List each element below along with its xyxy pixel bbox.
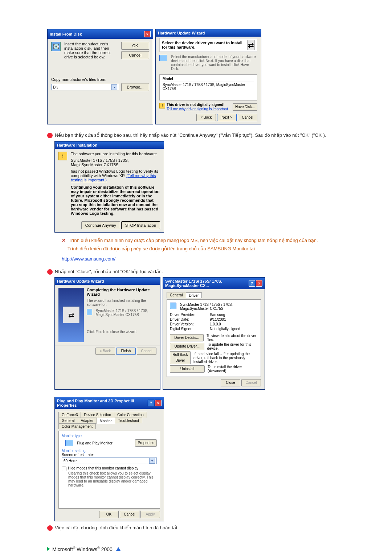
up-arrow-icon[interactable]: [116, 547, 121, 551]
monitor-settings-label: Monitor settings: [62, 449, 157, 453]
click-finish-text: Click Finish to close the wizard.: [87, 330, 156, 334]
tab-color-correction[interactable]: Color Correction: [114, 412, 147, 418]
arrow-right-icon: [47, 547, 50, 551]
copy-files-label: Copy manufacturer's files from:: [51, 77, 149, 82]
chevron-down-icon[interactable]: ▾: [111, 84, 117, 90]
drive-select[interactable]: D:\ ▾: [51, 84, 119, 90]
complete-line1: The wizard has finished installing the s…: [87, 299, 156, 307]
cancel-button[interactable]: Cancel: [238, 114, 257, 121]
step-number-icon: 8: [47, 133, 53, 138]
wizard-subtitle: Select the device driver you want to ins…: [162, 41, 247, 49]
dialog-title: Hardware Update Wizard: [158, 31, 205, 35]
cancel-button: Cancel: [137, 348, 156, 355]
ok-button[interactable]: OK: [121, 42, 149, 50]
refresh-rate-label: Screen refresh rate:: [62, 453, 157, 457]
complete-heading: Completing the Hardware Update Wizard: [87, 288, 150, 296]
tab-geforce3[interactable]: GeForce3: [58, 412, 81, 418]
hw-install-warn-dialog: Hardware Installation ! The software you…: [54, 141, 164, 233]
close-icon[interactable]: ×: [155, 400, 162, 406]
tell-me-link[interactable]: Tell me why driver signing is important: [167, 107, 228, 111]
tab-driver[interactable]: Driver: [186, 292, 202, 298]
monitor-icon: [159, 55, 167, 61]
warning-icon: !: [159, 103, 165, 108]
back-button[interactable]: < Back: [196, 114, 216, 121]
dialog-title: Install From Disk: [50, 32, 82, 36]
step-number-icon: 10: [47, 525, 53, 531]
refresh-rate-select[interactable]: 60 Hertz ▾: [62, 457, 157, 464]
wizard-icon: ⇄: [247, 40, 255, 50]
chevron-down-icon[interactable]: ▾: [149, 458, 155, 464]
model-value[interactable]: SyncMaster 171S / 175S / 170S, MagicSync…: [163, 82, 254, 91]
os-heading: Microsoft® Windows® 2000: [47, 546, 345, 552]
note-driver-upload: Trình điều khiển đã được cấp phép sẽ đượ…: [68, 245, 345, 253]
help-icon[interactable]: ?: [249, 280, 255, 287]
finish-button[interactable]: Finish: [116, 348, 136, 355]
hide-modes-checkbox[interactable]: Hide modes that this monitor cannot disp…: [62, 466, 157, 471]
stop-installation-button[interactable]: STOP Installation: [121, 221, 160, 229]
samsung-url-link[interactable]: http://www.samsung.com/: [62, 256, 115, 262]
cancel-button[interactable]: Cancel: [120, 511, 139, 518]
device-name: SyncMaster 171S / 175S / 170S, MagicSync…: [180, 303, 258, 311]
dialog-title: Plug and Play Monitor and 3D Prophet III…: [57, 399, 148, 407]
hide-modes-help: Clearing this check box allows you to se…: [68, 471, 157, 487]
apply-button: Apply: [140, 511, 160, 518]
warn-line2: SyncMaster 171S / 175S / 170S, MagicSync…: [71, 158, 160, 167]
step-8: 8Nếu bạn thấy cửa sổ thông báo sau, thì …: [54, 132, 345, 139]
monitor-type-value: Plug and Play Monitor: [77, 441, 113, 445]
monitor-icon: [170, 303, 176, 309]
model-label: Model: [163, 77, 254, 81]
monitor-icon: [65, 440, 73, 446]
dialog-title: Hardware Installation: [57, 143, 97, 147]
tab-adapter[interactable]: Adapter: [78, 418, 97, 423]
helper-text: Select the manufacturer and model of you…: [171, 55, 257, 71]
tab-color-management[interactable]: Color Management: [58, 423, 96, 429]
continue-anyway-button[interactable]: Continue Anyway: [81, 221, 120, 229]
x-mark-icon: ✕: [62, 238, 66, 243]
close-icon[interactable]: ×: [144, 31, 151, 37]
uninstall-button[interactable]: Uninstall: [170, 365, 205, 373]
help-icon[interactable]: ?: [148, 400, 154, 406]
monitor-icon: [87, 309, 92, 315]
install-instruction: Insert the manufacturer's installation d…: [64, 42, 118, 59]
dialog-title: Hardware Update Wizard: [57, 279, 104, 283]
cancel-button[interactable]: Cancel: [121, 51, 149, 59]
disk-icon: 💽: [51, 42, 61, 51]
have-disk-button[interactable]: Have Disk...: [233, 103, 257, 111]
tab-device-selection[interactable]: Device Selection: [81, 412, 114, 418]
not-signed-text: This driver is not digitally signed!: [167, 103, 228, 107]
warn-line1: The software you are installing for this…: [71, 152, 160, 156]
wizard-icon: ⇄: [63, 307, 79, 323]
back-button: < Back: [95, 348, 115, 355]
next-button[interactable]: Next >: [217, 114, 237, 121]
tab-general[interactable]: General: [58, 418, 78, 423]
hw-update-complete-dialog: Hardware Update Wizard ⇄ Completing the …: [54, 277, 160, 390]
warning-icon: !: [58, 152, 67, 160]
tab-general[interactable]: General: [167, 292, 186, 298]
step-number-icon: 9: [47, 269, 53, 275]
step-9: 9Nhấp nút "Close", rồi nhấp nút "OK"tiếp…: [54, 268, 345, 275]
install-from-disk-dialog: Install From Disk × 💽 Insert the manufac…: [47, 29, 153, 124]
rollback-driver-button[interactable]: Roll Back Driver: [170, 351, 191, 364]
close-button[interactable]: Close: [221, 379, 240, 386]
tab-monitor[interactable]: Monitor: [97, 418, 115, 424]
driver-details-button[interactable]: Driver Details...: [170, 334, 204, 341]
complete-device: SyncMaster 171S / 175S / 170S, MagicSync…: [96, 309, 156, 317]
browse-button[interactable]: Browse...: [121, 83, 149, 91]
close-icon[interactable]: ×: [256, 280, 262, 287]
ok-button[interactable]: OK: [99, 511, 119, 518]
properties-button[interactable]: Properties: [135, 439, 157, 447]
dialog-title: SyncMaster 171S/ 175S/ 170S, MagicSyncMa…: [165, 279, 249, 288]
update-driver-button[interactable]: Update Driver...: [170, 343, 204, 350]
tab-troubleshoot[interactable]: Troubleshoot: [115, 418, 142, 423]
pnp-monitor-properties-dialog: Plug and Play Monitor and 3D Prophet III…: [54, 397, 164, 521]
warn-body: Continuing your installation of this sof…: [71, 185, 160, 216]
note-ms-logo: ✕Trình điều khiển màn hình này được cấp …: [62, 237, 345, 244]
step-10: 10Việc cài đặt chương trình điều khiển m…: [54, 524, 345, 532]
monitor-type-label: Monitor type: [62, 434, 157, 438]
cancel-button: Cancel: [241, 379, 261, 386]
hw-update-select-dialog: Hardware Update Wizard Select the device…: [155, 29, 261, 124]
driver-properties-dialog: SyncMaster 171S/ 175S/ 170S, MagicSyncMa…: [163, 277, 265, 390]
